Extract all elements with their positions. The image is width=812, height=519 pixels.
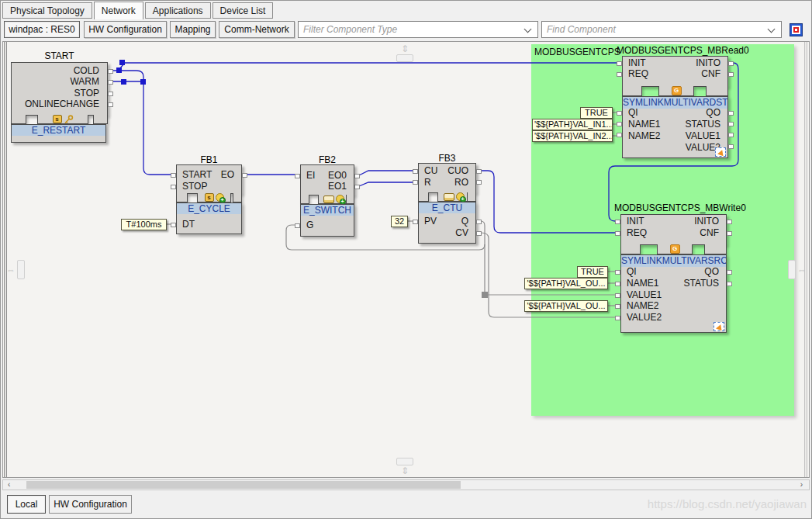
comm-network-button[interactable]: Comm-Network — [219, 21, 295, 38]
pin-onlinechange[interactable] — [108, 102, 113, 107]
wire-warm-to-fb1-start[interactable] — [112, 81, 171, 175]
wire-handle[interactable] — [121, 79, 126, 85]
mapping-button[interactable]: Mapping — [170, 21, 216, 38]
resource-button[interactable]: windpac : RES0 — [4, 21, 80, 38]
chevron-down-icon[interactable] — [524, 26, 532, 33]
wire-handle[interactable] — [119, 60, 125, 65]
value-box-name2[interactable]: '$${PATH}VAL_IN2... — [532, 130, 613, 142]
pin-g[interactable] — [295, 223, 300, 228]
pin-value1[interactable] — [728, 133, 734, 137]
pin-stop[interactable] — [171, 185, 176, 189]
pin-dt[interactable] — [171, 223, 176, 227]
value-box-dt[interactable]: T#100ms — [121, 219, 167, 230]
wire-handle[interactable] — [140, 79, 146, 85]
pin-value2[interactable] — [615, 316, 620, 320]
value-box-name1[interactable]: '$${PATH}VAL_IN1... — [532, 119, 613, 130]
pin-ro[interactable] — [476, 180, 482, 185]
fb-instance-name[interactable]: MODBUSGENTCPS_MBWrite0 — [614, 202, 746, 213]
mbread-data-body[interactable]: SYMLINKMULTIVARDST QI NAME1 NAME2 QO STA… — [622, 96, 728, 158]
pin-start[interactable] — [171, 173, 176, 178]
pin-status[interactable] — [728, 122, 734, 126]
scrollbar-thumb[interactable] — [26, 481, 461, 489]
wire-fb2-eo1-to-fb3-r[interactable] — [359, 182, 413, 186]
fb1-event-body[interactable]: START STOP EO — [176, 164, 242, 194]
scroll-right-icon[interactable]: › — [800, 480, 803, 490]
pin-pv[interactable] — [413, 220, 418, 224]
pin-r[interactable] — [413, 180, 418, 185]
pin-qo[interactable] — [727, 270, 732, 275]
pin-req[interactable] — [615, 231, 620, 236]
tab-network[interactable]: Network — [94, 2, 143, 19]
pin-cold[interactable] — [108, 69, 113, 74]
pin-eo0[interactable] — [354, 174, 360, 178]
pan-handle-right[interactable]: ⇔ — [788, 260, 808, 279]
fb-start-type-body[interactable]: E_RESTART — [11, 124, 106, 143]
fb2-data-body[interactable]: E_SWITCH G — [300, 204, 354, 237]
pin-q[interactable] — [476, 220, 482, 224]
wire-fb2-eo0-to-fb3-cu[interactable] — [359, 171, 413, 175]
wire-handle[interactable] — [116, 67, 122, 73]
mbread-event-body[interactable]: INIT REQ INITO CNF — [622, 56, 728, 87]
pin-cuo[interactable] — [476, 169, 482, 174]
tab-device-list[interactable]: Device List — [213, 2, 274, 19]
chevron-down-icon[interactable] — [768, 26, 776, 33]
tab-applications[interactable]: Applications — [145, 2, 211, 19]
statusbar-tab-hw-configuration[interactable]: HW Configuration — [49, 495, 132, 514]
pin-name1[interactable] — [617, 122, 622, 126]
pin-warm[interactable] — [108, 80, 113, 85]
highlight-target-button[interactable] — [790, 23, 803, 36]
find-component-combobox[interactable]: Find Component — [541, 21, 782, 38]
network-diagram-canvas[interactable]: MODBUSGENTCPS — [2, 41, 810, 478]
fb2-event-body[interactable]: EI EO0 EO1 — [300, 164, 354, 195]
fb-start-event-body[interactable]: COLD WARM STOP ONLINECHANGE — [11, 62, 108, 116]
pin-inito[interactable] — [728, 61, 734, 66]
pin-ei[interactable] — [295, 174, 300, 178]
pin-init[interactable] — [617, 61, 622, 66]
mbwrite-data-body[interactable]: SYMLINKMULTIVARSRC QI NAME1 VALUE1 NAME2… — [620, 254, 727, 333]
fb-instance-name[interactable]: START — [11, 50, 108, 61]
fb1-data-body[interactable]: E_CYCLE DT — [176, 202, 242, 234]
pin-init[interactable] — [615, 220, 620, 224]
pin-cv[interactable] — [476, 231, 482, 236]
pin-cnf[interactable] — [727, 231, 732, 236]
fb3-data-body[interactable]: E_CTU PV Q CV — [418, 202, 476, 244]
value-box-qi[interactable]: TRUE — [577, 266, 608, 278]
pin-eo[interactable] — [242, 173, 247, 178]
pin-status[interactable] — [727, 282, 732, 286]
pin-value2[interactable] — [728, 144, 734, 149]
fb-instance-name[interactable]: FB1 — [176, 154, 242, 165]
wire-fb3-cuo-to-mbwrite-req[interactable] — [481, 171, 616, 233]
value-box-pv[interactable]: 32 — [391, 216, 408, 227]
hw-configuration-button[interactable]: HW Configuration — [84, 21, 167, 38]
pin-cu[interactable] — [413, 169, 418, 174]
pin-cnf[interactable] — [728, 72, 734, 77]
pin-eo1[interactable] — [354, 185, 360, 189]
pin-stop[interactable] — [108, 92, 113, 96]
pan-handle-bottom[interactable]: ⇕ — [394, 458, 416, 476]
wire-handle-gray[interactable] — [482, 292, 488, 298]
fb-instance-name[interactable]: MODBUSGENTCPS_MBRead0 — [617, 45, 749, 56]
pin-name1[interactable] — [615, 282, 620, 286]
pin-inito[interactable] — [727, 220, 732, 224]
pin-qi[interactable] — [615, 270, 620, 275]
tab-physical-topology[interactable]: Physical Topology — [2, 2, 92, 19]
pin-qo[interactable] — [728, 111, 734, 116]
pan-handle-left[interactable]: ⇔ — [6, 260, 26, 279]
scroll-left-icon[interactable]: ‹ — [8, 480, 10, 490]
value-box-qi[interactable]: TRUE — [580, 107, 613, 119]
fb-instance-name[interactable]: FB2 — [300, 154, 354, 165]
horizontal-scrollbar[interactable]: ‹ › — [2, 479, 810, 490]
wire-cold-to-mbread-init[interactable] — [119, 63, 617, 70]
pin-name2[interactable] — [617, 133, 622, 137]
pin-value1[interactable] — [615, 293, 620, 298]
statusbar-tab-local[interactable]: Local — [7, 495, 46, 514]
pan-handle-top[interactable]: ⇕ — [394, 43, 416, 62]
fb-instance-name[interactable]: FB3 — [418, 153, 476, 164]
filter-component-combobox[interactable]: Filter Component Type — [298, 21, 538, 38]
value-box-name1[interactable]: '$${PATH}VAL_OU... — [524, 278, 608, 289]
pin-req[interactable] — [617, 72, 622, 77]
mbwrite-event-body[interactable]: INIT REQ INITO CNF — [620, 214, 727, 245]
value-box-name2[interactable]: '$${PATH}VAL_OU... — [524, 300, 608, 312]
fb3-event-body[interactable]: CU R CUO RO — [418, 163, 476, 193]
pin-qi[interactable] — [617, 111, 622, 116]
